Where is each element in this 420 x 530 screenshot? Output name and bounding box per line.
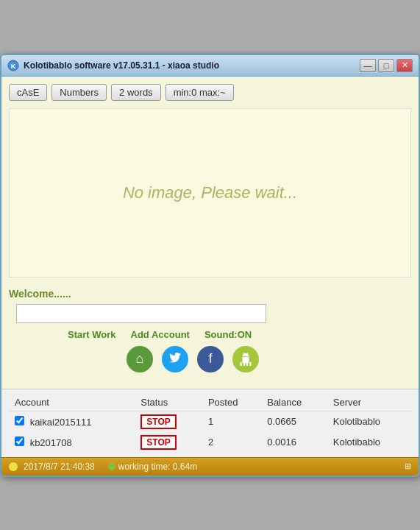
account-name: kb201708 <box>30 437 72 448</box>
content-area: cAsE Numbers 2 words min:0 max:~ No imag… <box>1 77 419 389</box>
col-posted: Posted <box>202 394 261 411</box>
status-bar: 2017/8/7 21:40:38 working time: 0.64m ⊞ <box>1 457 419 476</box>
start-work-button[interactable]: Start Work <box>68 329 116 340</box>
sound-toggle[interactable]: Sound:ON <box>204 329 252 340</box>
account-name: kaikai2015111 <box>30 417 92 428</box>
welcome-section: Welcome...... Start Work Add Account Sou… <box>9 285 411 381</box>
cell-server: Kolotibablo <box>327 411 411 432</box>
facebook-icon[interactable]: f <box>197 346 224 372</box>
cell-account: kaikai2015111 <box>9 411 135 432</box>
col-server: Server <box>327 394 411 411</box>
app-icon: K <box>7 60 19 71</box>
row-checkbox[interactable] <box>15 437 24 446</box>
table-body: kaikai2015111 STOP 1 0.0665 Kolotibablo … <box>9 411 411 453</box>
cell-balance: 0.0016 <box>261 432 327 453</box>
row-checkbox[interactable] <box>15 416 24 425</box>
cell-account: kb201708 <box>9 432 135 453</box>
title-bar-left: K Kolotibablo software v17.05.31.1 - xia… <box>7 60 219 71</box>
toolbar: cAsE Numbers 2 words min:0 max:~ <box>9 84 411 101</box>
cell-status: STOP <box>135 432 202 453</box>
title-buttons: — □ ✕ <box>360 59 413 72</box>
action-buttons: Start Work Add Account Sound:ON <box>68 329 411 340</box>
cell-server: Kolotibablo <box>327 432 411 453</box>
working-time-text: working time: 0.64m <box>118 462 197 472</box>
android-icon[interactable] <box>232 346 259 372</box>
table-header: Account Status Posted Balance Server <box>9 394 411 411</box>
no-image-text: No image, Please wait... <box>123 183 297 202</box>
svg-text:K: K <box>11 63 16 70</box>
home-icon[interactable]: ⌂ <box>127 346 153 372</box>
col-balance: Balance <box>261 394 327 411</box>
col-status: Status <box>135 394 202 411</box>
title-bar: K Kolotibablo software v17.05.31.1 - xia… <box>1 55 419 77</box>
numbers-button[interactable]: Numbers <box>51 84 107 101</box>
status-badge: STOP <box>140 435 176 450</box>
add-account-button[interactable]: Add Account <box>131 329 190 340</box>
captcha-input[interactable] <box>16 304 266 323</box>
welcome-text: Welcome...... <box>9 288 411 300</box>
image-area: No image, Please wait... <box>9 108 411 278</box>
accounts-table: Account Status Posted Balance Server kai… <box>9 394 411 453</box>
cell-posted: 1 <box>202 411 261 432</box>
main-window: K Kolotibablo software v17.05.31.1 - xia… <box>0 54 420 477</box>
working-dot <box>108 463 115 470</box>
status-working: working time: 0.64m <box>108 462 197 472</box>
min-max-button[interactable]: min:0 max:~ <box>165 84 234 101</box>
maximize-button[interactable]: □ <box>378 59 394 72</box>
resize-icon[interactable]: ⊞ <box>405 462 411 471</box>
cell-posted: 2 <box>202 432 261 453</box>
window-title: Kolotibablo software v17.05.31.1 - xiaoa… <box>24 60 219 71</box>
case-button[interactable]: cAsE <box>9 84 47 101</box>
status-datetime: 2017/8/7 21:40:38 <box>24 462 95 472</box>
col-account: Account <box>9 394 135 411</box>
status-badge: STOP <box>140 414 176 429</box>
twitter-icon[interactable] <box>162 346 188 372</box>
two-words-button[interactable]: 2 words <box>111 84 161 101</box>
table-row: kb201708 STOP 2 0.0016 Kolotibablo <box>9 432 411 453</box>
table-row: kaikai2015111 STOP 1 0.0665 Kolotibablo <box>9 411 411 432</box>
main-content: Account Status Posted Balance Server kai… <box>1 389 419 457</box>
status-dot <box>9 462 18 471</box>
cell-balance: 0.0665 <box>261 411 327 432</box>
close-button[interactable]: ✕ <box>396 59 413 72</box>
minimize-button[interactable]: — <box>360 59 376 72</box>
cell-status: STOP <box>135 411 202 432</box>
social-icons: ⌂ f <box>127 346 411 372</box>
